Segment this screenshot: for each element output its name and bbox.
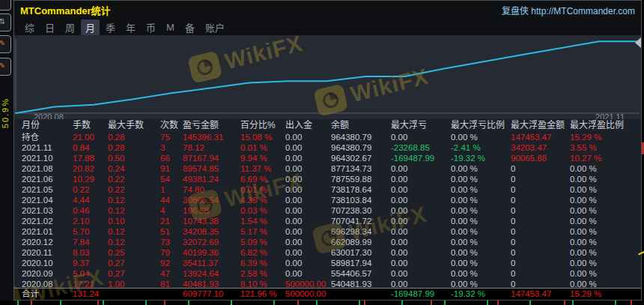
table-cell: 0 xyxy=(511,216,570,226)
table-cell: 90065.88 xyxy=(511,153,570,163)
table-cell: 0 xyxy=(511,184,570,195)
background-toolbar-button-icon: ⇅ xyxy=(0,13,11,31)
menu-item-账户[interactable]: 账户 xyxy=(201,19,229,35)
menu-item-币[interactable]: 币 xyxy=(142,19,160,35)
table-cell: 15.29 % xyxy=(570,289,641,300)
column-header: 最大浮盈比例 xyxy=(570,119,641,132)
x-axis-start-label: 2020.08 xyxy=(34,112,64,119)
menu-item-M[interactable]: M xyxy=(162,21,179,34)
table-cell: 13924.64 xyxy=(183,268,240,279)
table-cell: 78.12 xyxy=(183,142,240,153)
column-header: 最大浮盈金额 xyxy=(511,119,570,132)
table-cell: 0.00 % xyxy=(570,195,641,205)
menu-item-月[interactable]: 月 xyxy=(81,19,100,35)
table-cell: 0.00 xyxy=(285,237,331,247)
column-header: 百分比% xyxy=(240,119,285,132)
table-cell: 0.00 % xyxy=(451,226,511,237)
table-cell: 0.00 xyxy=(285,205,331,216)
table-cell: 0.00 xyxy=(285,142,331,153)
table-cell: 0 xyxy=(511,237,570,247)
table-cell: 0.00 % xyxy=(570,174,641,184)
table-cell: 9.37 xyxy=(73,258,108,268)
background-app-bottom-strip xyxy=(0,301,644,305)
scroll-left-arrow-icon[interactable] xyxy=(635,37,641,48)
table-cell: 0 xyxy=(511,205,570,216)
table-cell: -169487.99 xyxy=(391,289,451,300)
table-cell: 2021.08 xyxy=(22,163,73,174)
table-row: 2021.0820.820.249189574.8511.37 %0.00877… xyxy=(14,163,641,174)
column-header: 盈亏金额 xyxy=(183,119,240,132)
table-cell: 92 xyxy=(160,258,183,268)
table-cell: 0.00 xyxy=(391,163,451,174)
table-cell: 0.28 xyxy=(108,142,160,153)
column-header: 月份 xyxy=(22,119,73,132)
table-cell: 0.00 % xyxy=(451,163,511,174)
table-cell: 0.25 xyxy=(108,247,160,258)
table-cell: 609777.10 xyxy=(183,289,240,300)
table-row: 2020.095.040.274713924.642.58 %0.0055440… xyxy=(14,268,641,279)
table-cell: 2021.05 xyxy=(22,184,73,195)
table-cell: 589817.94 xyxy=(331,258,391,268)
table-cell: -23268.85 xyxy=(391,142,451,153)
table-cell: 8.03 xyxy=(73,247,108,258)
table-cell: 0.01 % xyxy=(240,184,285,195)
table-cell: 0.00 % xyxy=(451,195,511,205)
table-cell: 0.00 xyxy=(391,184,451,195)
menu-bar: 综日周月季年币M备账户 xyxy=(14,19,641,35)
background-toolbar-button-icon: ✎ xyxy=(0,58,11,76)
column-header: 最大手数 xyxy=(108,119,160,132)
table-cell: 5.09 % xyxy=(240,237,285,247)
menu-item-季[interactable]: 季 xyxy=(101,19,120,35)
table-cell: 74.80 xyxy=(183,184,240,195)
table-cell: 51 xyxy=(160,226,183,237)
table-cell: 11.37 % xyxy=(240,163,285,174)
table-cell: 4.44 xyxy=(73,195,108,205)
table-cell: 147453.47 xyxy=(511,132,570,142)
menu-item-周[interactable]: 周 xyxy=(61,19,79,35)
table-cell: 21.00 xyxy=(73,132,108,142)
column-header: 手数 xyxy=(73,119,108,132)
table-cell: 5.70 xyxy=(73,226,108,237)
table-total-row: 合计131.24609777.10121.96 %500000.00-16948… xyxy=(14,288,641,300)
column-header: 最大浮亏 xyxy=(391,119,451,132)
menu-item-年[interactable]: 年 xyxy=(121,19,140,35)
table-cell: 0.28 xyxy=(108,132,160,142)
menu-item-日[interactable]: 日 xyxy=(40,19,59,35)
table-cell: 145396.31 xyxy=(183,132,240,142)
table-cell: 66 xyxy=(160,153,183,163)
table-cell: 0 xyxy=(511,174,570,184)
table-cell: 0.00 % xyxy=(451,216,511,226)
table-cell xyxy=(331,289,391,300)
table-cell: 0.00 % xyxy=(570,258,641,268)
table-cell: 0.00 xyxy=(391,132,451,142)
equity-chart: 2020.08 2021.11 xyxy=(14,35,641,119)
table-cell: 0.00 % xyxy=(570,247,641,258)
brand-link[interactable]: 复盘侠 http://MTCommander.com xyxy=(502,4,635,16)
table-cell: 2020.11 xyxy=(22,247,73,258)
table-cell: 34203.47 xyxy=(511,142,570,153)
table-cell: 0.00 xyxy=(391,195,451,205)
equity-curve-plot xyxy=(14,35,641,119)
table-cell: 0.12 xyxy=(108,226,160,237)
table-cell: 7.84 xyxy=(73,237,108,247)
column-header: 余额 xyxy=(331,119,391,132)
table-cell: 0.00 % xyxy=(451,205,511,216)
table-cell: 5.04 xyxy=(73,268,108,279)
background-toolbar-button-icon xyxy=(0,0,11,10)
table-cell: 1.54 % xyxy=(240,216,285,226)
menu-item-备[interactable]: 备 xyxy=(180,19,199,35)
table-cell: 0 xyxy=(511,247,570,258)
table-row: 2021.1017.880.506687167.949.94 %0.009643… xyxy=(14,153,641,163)
table-cell: 89574.85 xyxy=(183,163,240,174)
table-cell: 73 xyxy=(160,237,183,247)
table-cell: 2020.09 xyxy=(22,268,73,279)
table-cell: 9.94 % xyxy=(240,153,285,163)
table-cell: 3.55 % xyxy=(570,142,641,153)
table-cell: 17.88 xyxy=(73,153,108,163)
menu-item-综[interactable]: 综 xyxy=(20,19,39,35)
table-cell: 0.00 xyxy=(285,184,331,195)
table-cell: 2020.12 xyxy=(22,237,73,247)
table-cell: 2.58 % xyxy=(240,268,285,279)
table-cell: 2020.10 xyxy=(22,258,73,268)
table-cell: 3 xyxy=(160,142,183,153)
